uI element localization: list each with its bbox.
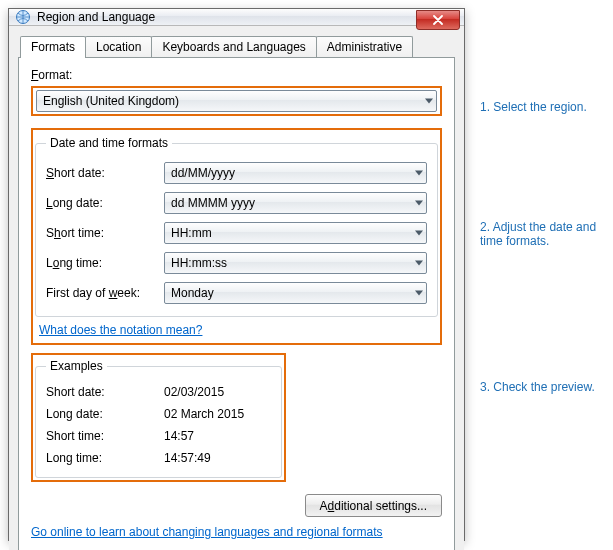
- globe-icon: [15, 9, 31, 25]
- long-time-label: Long time:: [46, 256, 164, 270]
- ex-short-time-value: 14:57: [164, 429, 271, 443]
- annotation-1: 1. Select the region.: [480, 100, 610, 114]
- ex-long-time-value: 14:57:49: [164, 451, 271, 465]
- format-label: Format:: [31, 68, 442, 82]
- additional-settings-button[interactable]: Additional settings...: [305, 494, 442, 517]
- ex-long-date-value: 02 March 2015: [164, 407, 271, 421]
- ex-long-time-label: Long time:: [46, 451, 164, 465]
- long-date-label: Long date:: [46, 196, 164, 210]
- first-day-select[interactable]: Monday: [164, 282, 427, 304]
- tab-formats[interactable]: Formats: [20, 36, 86, 58]
- region-language-dialog: Region and Language Formats Location Key…: [8, 8, 465, 541]
- go-online-link[interactable]: Go online to learn about changing langua…: [31, 525, 383, 539]
- tab-keyboards-languages[interactable]: Keyboards and Languages: [151, 36, 316, 57]
- chevron-down-icon: [415, 291, 423, 296]
- annotation-3: 3. Check the preview.: [480, 380, 610, 394]
- tab-location[interactable]: Location: [85, 36, 152, 57]
- chevron-down-icon: [415, 171, 423, 176]
- chevron-down-icon: [415, 201, 423, 206]
- date-time-formats-legend: Date and time formats: [46, 136, 172, 150]
- tab-administrative[interactable]: Administrative: [316, 36, 413, 57]
- long-date-select[interactable]: dd MMMM yyyy: [164, 192, 427, 214]
- format-select[interactable]: English (United Kingdom): [36, 90, 437, 112]
- short-date-select[interactable]: dd/MM/yyyy: [164, 162, 427, 184]
- ex-long-date-label: Long date:: [46, 407, 164, 421]
- short-date-label: Short date:: [46, 166, 164, 180]
- close-icon: [433, 15, 443, 25]
- first-day-label: First day of week:: [46, 286, 164, 300]
- ex-short-time-label: Short time:: [46, 429, 164, 443]
- examples-legend: Examples: [46, 359, 107, 373]
- tab-strip: Formats Location Keyboards and Languages…: [18, 35, 455, 57]
- short-time-select[interactable]: HH:mm: [164, 222, 427, 244]
- short-time-label: Short time:: [46, 226, 164, 240]
- chevron-down-icon: [415, 261, 423, 266]
- close-button[interactable]: [416, 10, 460, 30]
- tab-body-formats: Format: English (United Kingdom) Date an…: [18, 57, 455, 550]
- long-time-select[interactable]: HH:mm:ss: [164, 252, 427, 274]
- window-title: Region and Language: [37, 10, 155, 24]
- ex-short-date-label: Short date:: [46, 385, 164, 399]
- titlebar: Region and Language: [9, 9, 464, 26]
- annotation-2: 2. Adjust the date and time formats.: [480, 220, 610, 248]
- format-select-value: English (United Kingdom): [43, 94, 432, 108]
- ex-short-date-value: 02/03/2015: [164, 385, 271, 399]
- chevron-down-icon: [425, 99, 433, 104]
- chevron-down-icon: [415, 231, 423, 236]
- notation-link[interactable]: What does the notation mean?: [39, 323, 202, 337]
